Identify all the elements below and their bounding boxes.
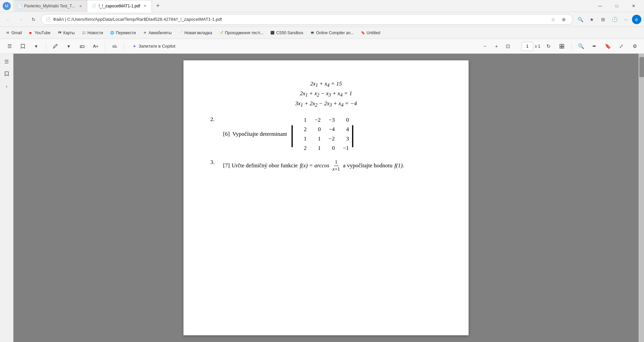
copilot-button[interactable]: ✦ Запитати в Copilot <box>128 42 179 50</box>
bookmark-news[interactable]: 📰 Новости <box>79 29 106 37</box>
bookmark-translate-label: Перевести <box>116 31 136 35</box>
back-button[interactable]: ← <box>3 14 13 25</box>
bookmark-gmail[interactable]: ✉ Gmail <box>3 29 24 37</box>
svg-rect-5 <box>562 47 564 48</box>
matrix-grid: 1 −2 −3 0 2 0 −4 4 1 1 −2 3 2 <box>296 116 349 152</box>
bookmark-translate[interactable]: 🌐 Перевести <box>107 29 139 37</box>
bookmark-youtube-label: YouTube <box>35 31 50 35</box>
maps-icon: 🗺 <box>57 31 62 35</box>
bookmark-flights-label: Авиабилеты <box>149 31 172 35</box>
aa-button[interactable]: аЬ <box>109 41 120 52</box>
toolbar-separator-2 <box>105 42 105 50</box>
problem-3: 3. [7] Určte definičný obor funkcie f(x)… <box>210 159 442 172</box>
untitled-icon: 🔖 <box>361 31 365 35</box>
pdf-draw-button[interactable]: ✒ <box>589 41 600 52</box>
m13: 4 <box>338 125 349 133</box>
toolbar-separator-4 <box>571 42 572 50</box>
bookmark-tests[interactable]: 📝 Проходження тесті... <box>216 29 266 37</box>
matrix-left-bracket: | <box>290 122 294 146</box>
favorites-button[interactable]: ★ <box>586 14 597 25</box>
add-tab-button[interactable]: + <box>152 0 164 12</box>
toc-button[interactable]: ☰ <box>4 41 15 52</box>
sidebar-chevron[interactable]: › <box>1 80 12 91</box>
history-button[interactable]: 🕐 <box>609 14 620 25</box>
collections-sidebar-button[interactable]: ⊞ <box>598 14 608 25</box>
news-icon: 📰 <box>82 31 86 35</box>
highlight-dropdown[interactable]: ▾ <box>63 41 74 52</box>
gmail-icon: ✉ <box>5 31 10 35</box>
search-button[interactable]: 🔍 <box>575 14 586 25</box>
fraction: 1 x+1 <box>331 159 341 172</box>
pdf-content-area[interactable]: 2x1 + x4 = 15 2x1 + x2 − x3 + x4 = 1 3x1… <box>13 54 639 342</box>
bookmark-untitled[interactable]: 🔖 Untitled <box>358 29 383 37</box>
page-number-input[interactable] <box>521 42 533 51</box>
tab-pavlenko[interactable]: 📄 Pavlenko_Mykhailo Test_Task#3.p ✕ <box>13 0 87 12</box>
m33: −1 <box>338 144 349 152</box>
toolbar-separator-3 <box>124 42 124 50</box>
scrollbar-thumb[interactable] <box>639 57 644 77</box>
bookmark-cs50[interactable]: ⬛ CS50 Sandbox <box>267 29 306 37</box>
translate-icon: 🌐 <box>110 31 114 35</box>
problem-3-function-start: f(x) = arccos <box>300 162 329 169</box>
bookmark-maps[interactable]: 🗺 Карты <box>55 29 77 37</box>
tab-favicon-1: 📄 <box>17 3 22 9</box>
problem-2-content: [6] Vypočítajte determinant | 1 −2 −3 0 … <box>223 116 355 152</box>
text-button[interactable]: AA <box>90 41 101 52</box>
bookmark-gmail-label: Gmail <box>11 31 22 35</box>
pdf-bookmark-button[interactable]: 🔖 <box>602 41 613 52</box>
scrollbar[interactable] <box>639 54 644 342</box>
svg-line-1 <box>81 46 82 48</box>
problem-3-value: f(1). <box>394 162 404 169</box>
edge-icon: e <box>632 15 641 24</box>
star-button[interactable]: ☆ <box>548 15 558 24</box>
rotate-button[interactable]: ↻ <box>543 41 554 52</box>
m31: 1 <box>310 144 321 152</box>
svg-rect-0 <box>80 46 84 48</box>
problem-3-number: 3. <box>210 159 220 166</box>
bookmark-youtube[interactable]: ▶ YouTube <box>26 29 53 37</box>
erase-button[interactable] <box>77 41 88 52</box>
problem-3-content: [7] Určte definičný obor funkcie f(x) = … <box>223 159 404 172</box>
bookmark-compiler[interactable]: 💻 Online Compiler an... <box>307 29 357 37</box>
sidebar-bookmark-button[interactable] <box>1 68 12 79</box>
bookmark-newtab[interactable]: 📄 Новая вкладка <box>176 29 215 37</box>
pdf-settings-button[interactable]: ⚙ <box>629 41 640 52</box>
svg-rect-3 <box>562 44 564 46</box>
svg-rect-2 <box>560 44 561 46</box>
bookmark-dropdown-button[interactable]: ▾ <box>31 41 42 52</box>
maximize-button[interactable]: □ <box>609 0 625 12</box>
more-button[interactable]: ··· <box>621 14 631 25</box>
equation-3: 3x1 + 2x2 − 2x3 + x4 = −4 <box>210 100 442 108</box>
main-area: ☰ › 2x1 + x4 = 15 2x1 + x2 − x3 + x4 = 1… <box>0 54 644 342</box>
tab-close-2[interactable]: ✕ <box>142 3 148 9</box>
minimize-button[interactable]: — <box>592 0 608 12</box>
fraction-numerator: 1 <box>334 159 339 166</box>
profile-avatar[interactable]: M <box>3 2 11 10</box>
collections-button[interactable]: ⊕ <box>559 15 569 24</box>
tab-zapocet[interactable]: 📄 !_!_zapocetMAT1-1.pdf ✕ <box>87 0 152 12</box>
fit-button[interactable]: ⊡ <box>502 41 513 52</box>
pdf-expand-button[interactable]: ⤢ <box>616 41 627 52</box>
newtab-icon: 📄 <box>178 31 183 35</box>
pages-view-button[interactable] <box>556 41 567 52</box>
tab-close-1[interactable]: ✕ <box>78 3 83 9</box>
youtube-icon: ▶ <box>29 31 33 35</box>
file-icon: 📄 <box>45 17 50 22</box>
m32: 0 <box>324 144 335 152</box>
sidebar-toc-button[interactable]: ☰ <box>1 56 12 67</box>
close-button[interactable]: ✕ <box>626 0 641 12</box>
bookmark-panel-button[interactable] <box>17 41 28 52</box>
matrix-right-bracket: | <box>350 122 355 146</box>
bookmark-flights[interactable]: ✈ Авиабилеты <box>140 29 174 37</box>
equation-1: 2x1 + x4 = 15 <box>210 80 442 88</box>
problem-3-points: [7] <box>223 162 230 169</box>
tab-favicon-2: 📄 <box>91 3 97 9</box>
pdf-search-button[interactable]: 🔍 <box>576 41 586 52</box>
address-box[interactable]: 📄 Файл | C:/Users/fixro/AppData/Local/Te… <box>41 14 573 25</box>
forward-button[interactable]: → <box>15 14 26 25</box>
bookmark-maps-label: Карты <box>63 31 75 35</box>
refresh-button[interactable]: ↻ <box>28 14 39 25</box>
zoom-out-button[interactable]: − <box>480 41 490 52</box>
draw-button[interactable] <box>50 41 61 52</box>
zoom-in-button[interactable]: + <box>491 41 502 52</box>
